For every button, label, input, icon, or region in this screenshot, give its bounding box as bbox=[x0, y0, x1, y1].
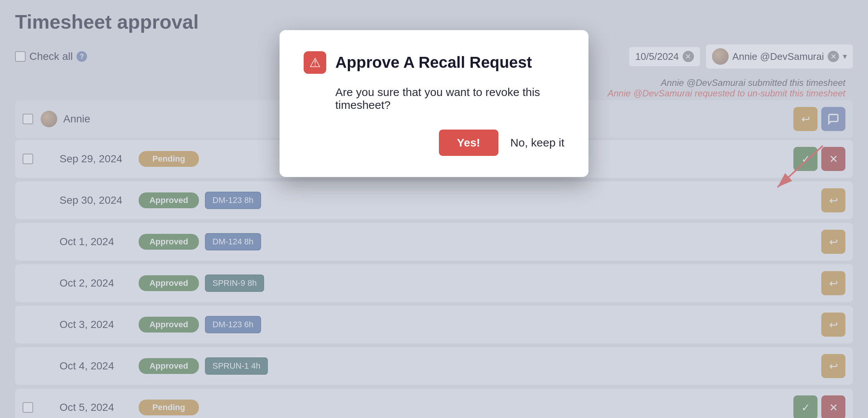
page-background: Timesheet approval Check all ? 10/5/2024… bbox=[0, 0, 868, 418]
modal-dialog: Approve A Recall Request Are you sure th… bbox=[280, 30, 588, 177]
warning-icon bbox=[304, 51, 326, 74]
confirm-button[interactable]: Yes! bbox=[439, 130, 498, 156]
modal-body: Are you sure that you want to revoke thi… bbox=[304, 86, 564, 111]
modal-actions: Yes! No, keep it bbox=[304, 130, 564, 156]
modal-title: Approve A Recall Request bbox=[335, 53, 532, 72]
cancel-button[interactable]: No, keep it bbox=[510, 136, 564, 149]
modal-header: Approve A Recall Request bbox=[304, 51, 564, 74]
modal-overlay: Approve A Recall Request Are you sure th… bbox=[0, 0, 868, 418]
